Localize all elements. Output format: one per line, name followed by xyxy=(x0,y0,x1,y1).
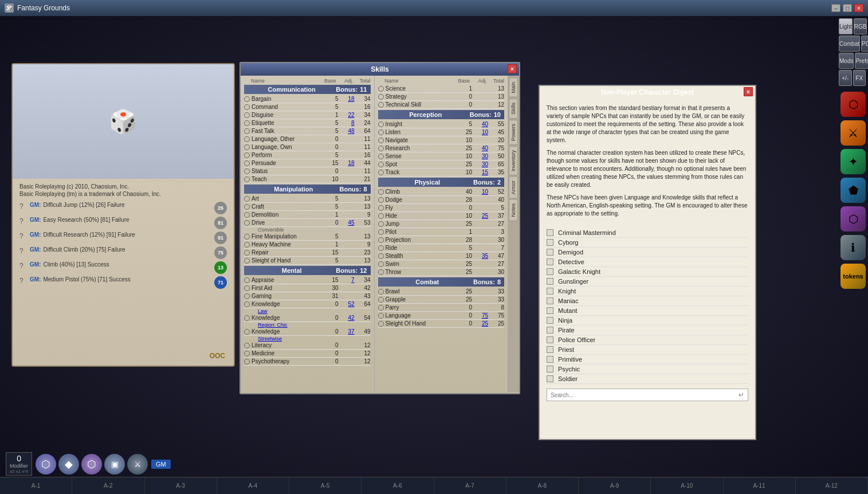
npc-psychic[interactable]: Psychic xyxy=(547,364,748,374)
navigate-radio[interactable] xyxy=(378,138,384,143)
npc-ninja[interactable]: Ninja xyxy=(547,316,748,326)
npc-checkbox-ninja[interactable] xyxy=(547,317,553,324)
tab-a2[interactable]: A-2 xyxy=(72,477,144,494)
tab-a9[interactable]: A-9 xyxy=(579,477,651,494)
dodge-radio[interactable] xyxy=(378,197,384,203)
npc-police-officer[interactable]: Police Officer xyxy=(547,335,748,345)
tab-a4[interactable]: A-4 xyxy=(217,477,289,494)
spot-radio[interactable] xyxy=(378,162,384,167)
appraise-radio[interactable] xyxy=(244,277,250,283)
fasttalk-radio[interactable] xyxy=(244,128,250,134)
tab-a7[interactable]: A-7 xyxy=(434,477,506,494)
pilot-radio[interactable] xyxy=(378,229,384,235)
pcs-button[interactable]: PCs xyxy=(861,36,868,52)
npc-checkbox-priest[interactable] xyxy=(547,346,553,353)
mult-x2[interactable]: x2 xyxy=(10,469,14,474)
disguise-radio[interactable] xyxy=(244,112,250,118)
d8-die[interactable]: ◆ xyxy=(58,454,79,475)
language-combat-radio[interactable] xyxy=(378,313,384,319)
lang-own-radio[interactable] xyxy=(244,144,250,150)
etiquette-radio[interactable] xyxy=(244,120,250,126)
tokens-icon[interactable]: tokens xyxy=(840,264,866,289)
rgb-button[interactable]: RGB xyxy=(854,18,867,34)
tab-main[interactable]: Main xyxy=(509,78,518,97)
npc-search-bar[interactable]: ↵ xyxy=(547,389,748,401)
perform-radio[interactable] xyxy=(244,152,250,158)
prefs-button[interactable]: Prefs xyxy=(855,53,868,69)
npc-checkbox-police[interactable] xyxy=(547,336,553,343)
listen-radio[interactable] xyxy=(378,130,384,135)
tab-a11[interactable]: A-11 xyxy=(724,477,796,494)
npc-checkbox-soldier[interactable] xyxy=(547,375,553,382)
dice-gray-icon[interactable]: ℹ xyxy=(840,235,866,260)
repair-radio[interactable] xyxy=(244,250,250,256)
npc-gunslinger[interactable]: Gunslinger xyxy=(547,277,748,287)
npc-checkbox-detective[interactable] xyxy=(547,258,553,265)
npc-pirate[interactable]: Pirate xyxy=(547,326,748,335)
npc-cyborg[interactable]: Cyborg xyxy=(547,238,748,248)
strategy-radio[interactable] xyxy=(378,94,384,100)
tab-a5[interactable]: A-5 xyxy=(289,477,362,494)
swim-radio[interactable] xyxy=(378,261,384,267)
tab-a12[interactable]: A-12 xyxy=(796,477,868,494)
d4-die[interactable]: ▣ xyxy=(104,454,125,475)
finemanip-radio[interactable] xyxy=(244,234,250,240)
npc-checkbox-maniac[interactable] xyxy=(547,297,553,304)
npc-priest[interactable]: Priest xyxy=(547,345,748,355)
climb-radio[interactable] xyxy=(378,189,384,195)
medicine-radio[interactable] xyxy=(244,351,250,356)
knowledge-region-sub[interactable]: Region: Chic xyxy=(244,322,371,328)
brawl-radio[interactable] xyxy=(378,289,384,295)
tab-armor[interactable]: Armor xyxy=(509,177,518,199)
npc-maniac[interactable]: Maniac xyxy=(547,296,748,306)
jump-radio[interactable] xyxy=(378,221,384,227)
persuade-radio[interactable] xyxy=(244,160,250,166)
drive-radio[interactable] xyxy=(244,220,250,226)
knowledge-law-radio[interactable] xyxy=(244,301,250,307)
tab-a10[interactable]: A-10 xyxy=(651,477,723,494)
projection-radio[interactable] xyxy=(378,237,384,243)
tab-a1[interactable]: A-1 xyxy=(0,477,72,494)
heavymachine-radio[interactable] xyxy=(244,242,250,248)
parry-radio[interactable] xyxy=(378,305,384,311)
tab-skills[interactable]: Skills xyxy=(509,99,518,119)
sleight-combat-radio[interactable] xyxy=(378,321,384,327)
tab-powers[interactable]: Powers xyxy=(509,120,518,145)
status-radio[interactable] xyxy=(244,168,250,174)
dice-blue-icon[interactable]: ⬟ xyxy=(840,178,866,203)
gaming-radio[interactable] xyxy=(244,293,250,299)
npc-demigod[interactable]: Demigod xyxy=(547,248,748,257)
npc-checkbox-demigod[interactable] xyxy=(547,249,553,256)
npc-checkbox-cyborg[interactable] xyxy=(547,239,553,246)
npc-checkbox-primitive[interactable] xyxy=(547,356,553,363)
npc-soldier[interactable]: Soldier xyxy=(547,374,748,384)
knowledge-law-sub[interactable]: Law xyxy=(244,308,371,314)
npc-checkbox-galactic[interactable] xyxy=(547,268,553,275)
sword-die[interactable]: ⚔ xyxy=(127,454,148,475)
stealth-radio[interactable] xyxy=(378,253,384,259)
art-radio[interactable] xyxy=(244,196,250,202)
npc-galactic-knight[interactable]: Galactic Knight xyxy=(547,267,748,277)
firstaid-radio[interactable] xyxy=(244,285,250,291)
knowledge-street-sub[interactable]: Streetwise xyxy=(244,336,371,342)
maximize-button[interactable]: □ xyxy=(843,4,852,12)
bargain-radio[interactable] xyxy=(244,96,250,102)
mult-x1[interactable]: x1 xyxy=(16,469,21,474)
close-button[interactable]: × xyxy=(854,4,863,12)
npc-primitive[interactable]: Primitive xyxy=(547,355,748,364)
light-button[interactable]: Light xyxy=(839,18,853,34)
tab-inventory[interactable]: Inventory xyxy=(509,146,518,175)
npc-checkbox-gunslinger[interactable] xyxy=(547,278,553,285)
npc-criminal-mastermind[interactable]: Criminal Mastermind xyxy=(547,228,748,238)
research-radio[interactable] xyxy=(378,146,384,151)
npc-checkbox-criminal[interactable] xyxy=(547,229,553,236)
tab-notes[interactable]: Notes xyxy=(509,199,518,221)
npc-detective[interactable]: Detective xyxy=(547,257,748,267)
d20-die[interactable]: ⬡ xyxy=(36,454,56,475)
dice-green-icon[interactable]: ✦ xyxy=(840,149,866,174)
tab-a8[interactable]: A-8 xyxy=(506,477,579,494)
fly-radio[interactable] xyxy=(378,205,384,211)
sleightmanip-radio[interactable] xyxy=(244,258,250,264)
craft-radio[interactable] xyxy=(244,204,250,210)
demolition-radio[interactable] xyxy=(244,212,250,218)
